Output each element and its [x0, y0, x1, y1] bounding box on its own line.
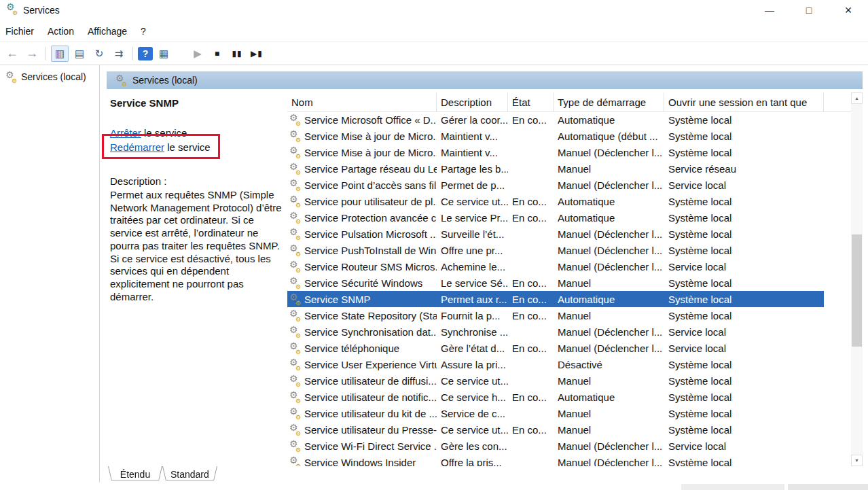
refresh-button[interactable]: ↻: [90, 46, 108, 62]
restart-service-button[interactable]: ▶▮: [248, 46, 266, 62]
service-startup-type: Automatique: [554, 209, 664, 226]
column-header-description[interactable]: Description: [437, 92, 508, 111]
close-button[interactable]: ×: [829, 0, 868, 20]
export-list-button[interactable]: ⇉: [110, 46, 128, 62]
column-header-label: État: [512, 97, 530, 108]
service-gear-icon: [289, 359, 300, 370]
service-gear-icon: [289, 408, 300, 419]
column-header-nom[interactable]: Nomˆ: [287, 92, 437, 111]
column-header-label: Description: [441, 97, 492, 108]
service-row[interactable]: Service utilisateur du Presse-...Ce serv…: [287, 421, 824, 438]
service-state: En co...: [508, 275, 554, 291]
menu-action[interactable]: Action: [48, 26, 74, 37]
start-service-button[interactable]: ▶: [189, 46, 206, 62]
column-header-filler: [824, 92, 851, 111]
service-logon-as: Système local: [664, 128, 824, 144]
column-header-label: Type de démarrage: [558, 97, 646, 108]
scrollbar-thumb[interactable]: [852, 234, 862, 347]
service-gear-icon: [289, 391, 300, 402]
menu-aide[interactable]: ?: [141, 26, 146, 37]
tree-item-services-local[interactable]: Services (local): [0, 65, 99, 82]
service-row[interactable]: Service pour utilisateur de pl...Ce serv…: [287, 193, 824, 209]
service-row[interactable]: Service State Repository (Sta...Fournit …: [287, 307, 824, 323]
service-logon-as: Système local: [664, 372, 824, 389]
tree-item-label: Services (local): [21, 71, 86, 82]
service-startup-type: Manuel: [554, 405, 664, 421]
show-action-pane-button[interactable]: ▦: [155, 46, 173, 62]
tab-etendu[interactable]: Étendu: [108, 466, 162, 483]
service-state: [508, 160, 554, 177]
service-row[interactable]: Service Pulsation Microsoft ...Surveille…: [287, 226, 824, 242]
service-name-cell: Service Mise à jour de Micro...: [287, 144, 437, 160]
service-state: [508, 372, 554, 389]
main-header-title: Services (local): [132, 75, 198, 86]
service-description: Maintient v...: [437, 144, 508, 160]
service-logon-as: Système local: [664, 144, 824, 160]
scrollbar-down-icon[interactable]: ▼: [851, 455, 863, 466]
titlebar: Services — □ ×: [0, 0, 868, 20]
service-name-cell: Service téléphonique: [287, 340, 437, 356]
services-local-header: Services (local): [107, 71, 863, 89]
show-console-tree-button[interactable]: ▥: [51, 46, 69, 62]
services-window: Services — □ × FichierActionAffichage? ←…: [0, 0, 868, 490]
pause-service-button[interactable]: ▮▮: [228, 46, 246, 62]
service-description: Permet aux r...: [437, 291, 508, 307]
minimize-button[interactable]: —: [750, 0, 789, 20]
service-row[interactable]: Service SNMPPermet aux r...En co...Autom…: [287, 291, 824, 307]
service-description: Service de c...: [437, 405, 508, 421]
service-state: [508, 405, 554, 421]
stop-service-button[interactable]: ■: [209, 46, 226, 62]
scrollbar-up-icon[interactable]: ▲: [851, 92, 863, 104]
service-row[interactable]: Service Windows InsiderOffre la pris...M…: [287, 454, 824, 466]
service-row[interactable]: Service Sécurité WindowsLe service Sé...…: [287, 275, 824, 291]
service-row[interactable]: Service Point d’accès sans fil ...Permet…: [287, 177, 824, 193]
service-name-cell: Service PushToInstall de Win...: [287, 242, 437, 258]
service-row[interactable]: Service Synchronisation dat...Synchronis…: [287, 323, 824, 340]
service-name-cell: Service Microsoft Office « D...: [287, 111, 437, 128]
service-row[interactable]: Service Mise à jour de Micro...Maintient…: [287, 128, 824, 144]
service-row[interactable]: Service Microsoft Office « D...Gérer la …: [287, 111, 824, 128]
forward-button[interactable]: →: [23, 46, 41, 62]
maximize-button[interactable]: □: [789, 0, 829, 20]
window-controls: — □ ×: [750, 0, 868, 20]
service-state: [508, 242, 554, 258]
column-header-type-de-demarrage[interactable]: Type de démarrage: [554, 92, 664, 111]
service-row[interactable]: Service Mise à jour de Micro...Maintient…: [287, 144, 824, 160]
service-name: Service utilisateur de notific...: [304, 391, 437, 403]
service-startup-type: Manuel: [554, 160, 664, 177]
help-button[interactable]: ?: [138, 47, 153, 60]
service-name-cell: Service utilisateur du Presse-...: [287, 421, 437, 438]
service-row[interactable]: Service Wi-Fi Direct Service ...Gère les…: [287, 438, 824, 454]
service-row[interactable]: Service utilisateur de diffusi...Ce serv…: [287, 372, 824, 389]
service-logon-as: Système local: [664, 389, 824, 405]
service-row[interactable]: Service Protection avancée c...Le servic…: [287, 209, 824, 226]
properties-button[interactable]: ▤: [71, 46, 88, 62]
service-logon-as: Système local: [664, 307, 824, 323]
service-gear-icon: [289, 310, 300, 321]
service-row[interactable]: Service Routeur SMS Micros...Achemine le…: [287, 258, 824, 275]
column-header-etat[interactable]: État: [508, 92, 554, 111]
service-row[interactable]: Service utilisateur de notific...Ce serv…: [287, 389, 824, 405]
window-title: Services: [23, 5, 60, 16]
service-row[interactable]: Service User Experience Virtu...Assure l…: [287, 356, 824, 372]
tab-label: Étendu: [120, 469, 150, 480]
service-row[interactable]: Service téléphoniqueGère l’état d...En c…: [287, 340, 824, 356]
column-header-ouvrir-session[interactable]: Ouvrir une session en tant que: [664, 92, 824, 111]
service-row[interactable]: Service PushToInstall de Win...Offre une…: [287, 242, 824, 258]
service-logon-as: Service local: [664, 323, 824, 340]
service-description: Le service Pr...: [437, 209, 508, 226]
service-row[interactable]: Service Partage réseau du Le...Partage l…: [287, 160, 824, 177]
menu-fichier[interactable]: Fichier: [5, 26, 34, 37]
service-state: En co...: [508, 340, 554, 356]
service-logon-as: Système local: [664, 356, 824, 372]
vertical-scrollbar[interactable]: ▲ ▼: [851, 92, 863, 466]
service-description: Gère l’état d...: [437, 340, 508, 356]
menu-affichage[interactable]: Affichage: [88, 26, 127, 37]
service-row[interactable]: Service utilisateur du kit de ...Service…: [287, 405, 824, 421]
service-name-cell: Service pour utilisateur de pl...: [287, 193, 437, 209]
back-button[interactable]: ←: [3, 46, 21, 62]
service-startup-type: Automatique: [554, 291, 664, 307]
tab-standard[interactable]: Standard: [162, 466, 217, 483]
service-gear-icon: [289, 196, 300, 207]
service-startup-type: Manuel (Déclencher l...: [554, 340, 664, 356]
